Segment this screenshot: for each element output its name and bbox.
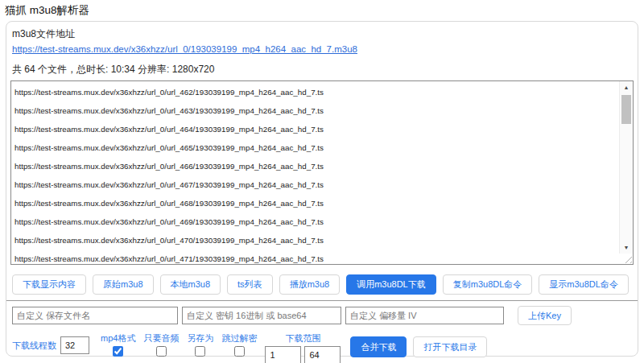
custom-inputs-row: 上传Key xyxy=(12,306,634,325)
toggle-skip-decrypt: 跳过解密 xyxy=(221,332,257,357)
toggle-audio-only: 只要音频 xyxy=(143,332,179,357)
invoke-m3u8dl-download-button[interactable]: 调用m3u8DL下载 xyxy=(346,274,436,295)
segment-line: https://test-streams.mux.dev/x36xhzz/url… xyxy=(14,231,615,250)
save-as-label: 另存为 xyxy=(187,332,213,344)
iv-input[interactable] xyxy=(345,307,504,324)
download-range-group: 下载范围 xyxy=(265,332,341,363)
m3u8-url-link[interactable]: https://test-streams.mux.dev/x36xhzz/url… xyxy=(12,44,357,54)
download-shown-content-button[interactable]: 下载显示内容 xyxy=(12,274,86,295)
toggle-save-as: 另存为 xyxy=(187,332,213,357)
segment-line: https://test-streams.mux.dev/x36xhzz/url… xyxy=(14,83,615,101)
parser-panel: m3u8文件地址 https://test-streams.mux.dev/x3… xyxy=(6,21,638,357)
segment-line: https://test-streams.mux.dev/x36xhzz/url… xyxy=(14,194,615,212)
threads-input[interactable] xyxy=(60,336,89,354)
download-controls-row: 下载线程数 mp4格式 只要音频 另存为 跳过解密 下载范围 合并下载 打开下载… xyxy=(12,332,634,363)
range-start-input[interactable] xyxy=(265,346,301,363)
download-range-label: 下载范围 xyxy=(285,332,320,344)
local-m3u8-button[interactable]: 本地m3u8 xyxy=(160,274,221,295)
segment-line: https://test-streams.mux.dev/x36xhzz/url… xyxy=(14,175,615,194)
toggle-mp4-format: mp4格式 xyxy=(101,332,135,357)
segment-line: https://test-streams.mux.dev/x36xhzz/url… xyxy=(14,212,615,231)
m3u8-address-label: m3u8文件地址 xyxy=(12,27,634,41)
ts-list-button[interactable]: ts列表 xyxy=(227,274,273,295)
segment-line: https://test-streams.mux.dev/x36xhzz/url… xyxy=(14,250,615,264)
range-inputs xyxy=(265,346,341,363)
audio-only-label: 只要音频 xyxy=(143,332,179,344)
audio-only-checkbox[interactable] xyxy=(156,346,167,357)
skip-decrypt-label: 跳过解密 xyxy=(221,332,257,344)
open-download-folder-button[interactable]: 打开下载目录 xyxy=(413,336,487,357)
segment-line: https://test-streams.mux.dev/x36xhzz/url… xyxy=(14,101,615,120)
section-divider xyxy=(6,300,638,301)
vertical-scrollbar[interactable]: ▲ ▼ xyxy=(619,81,633,254)
save-as-checkbox[interactable] xyxy=(195,346,205,357)
filename-input[interactable] xyxy=(12,307,178,324)
scroll-down-icon[interactable]: ▼ xyxy=(620,241,633,254)
segment-lines: https://test-streams.mux.dev/x36xhzz/url… xyxy=(11,81,633,264)
mp4-format-label: mp4格式 xyxy=(101,332,135,344)
threads-label: 下载线程数 xyxy=(12,340,56,352)
play-m3u8-button[interactable]: 播放m3u8 xyxy=(279,274,341,295)
scroll-up-icon[interactable]: ▲ xyxy=(620,81,633,93)
upload-key-button[interactable]: 上传Key xyxy=(518,306,572,325)
mp4-format-checkbox[interactable] xyxy=(113,346,123,357)
scrollbar-thumb[interactable] xyxy=(621,95,631,124)
segment-line: https://test-streams.mux.dev/x36xhzz/url… xyxy=(14,138,615,157)
segment-list-textarea[interactable]: https://test-streams.mux.dev/x36xhzz/url… xyxy=(10,80,634,265)
file-info-summary: 共 64 个文件，总时长: 10:34 分辨率: 1280x720 xyxy=(12,63,634,76)
original-m3u8-button[interactable]: 原始m3u8 xyxy=(93,274,154,295)
skip-decrypt-checkbox[interactable] xyxy=(234,346,245,357)
range-end-input[interactable] xyxy=(304,346,341,363)
segment-line: https://test-streams.mux.dev/x36xhzz/url… xyxy=(14,120,615,138)
key-input[interactable] xyxy=(182,307,341,324)
segment-line: https://test-streams.mux.dev/x36xhzz/url… xyxy=(14,157,615,175)
copy-m3u8dl-command-button[interactable]: 复制m3u8DL命令 xyxy=(443,274,533,295)
show-m3u8dl-command-button[interactable]: 显示m3u8DL命令 xyxy=(539,274,629,295)
page-title: 猫抓 m3u8解析器 xyxy=(5,3,644,18)
action-button-row: 下载显示内容 原始m3u8 本地m3u8 ts列表 播放m3u8 调用m3u8D… xyxy=(12,274,634,295)
merge-download-button[interactable]: 合并下载 xyxy=(350,336,407,357)
